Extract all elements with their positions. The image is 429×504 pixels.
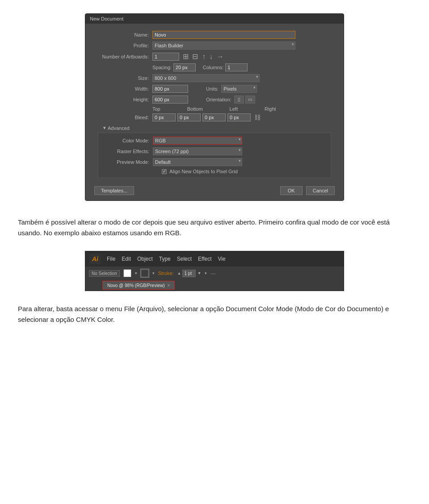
ai-logo: Ai (89, 254, 101, 264)
stroke-color-box[interactable] (141, 269, 149, 277)
templates-button[interactable]: Templates... (94, 186, 134, 195)
bleed-top-input[interactable] (152, 113, 176, 121)
dialog-titlebar: New Document (85, 14, 344, 24)
arrow-icon: ▾ (103, 125, 106, 131)
tab-label: Novo @ 98% (RGB/Preview) (107, 283, 165, 288)
columns-field: Columns: (203, 63, 248, 71)
color-mode-label: Color Mode: (104, 138, 153, 143)
bleed-right-input[interactable] (227, 113, 251, 121)
footer-templates: Templates... (94, 186, 277, 195)
dash-separator: — (210, 271, 215, 276)
align-checkbox-row: ✓ Align New Objects to Pixel Grid (162, 169, 325, 174)
bleed-left-col: Left (230, 106, 238, 112)
advanced-section: ▾ Advanced (103, 125, 335, 131)
columns-label: Columns: (203, 65, 223, 70)
menu-edit[interactable]: Edit (122, 256, 131, 262)
menu-type[interactable]: Type (159, 256, 171, 262)
new-document-dialog: New Document Name: Profile: Flash Builde… (85, 13, 344, 201)
size-select[interactable]: 800 x 600 (152, 74, 260, 82)
landscape-btn[interactable]: ▭ (245, 96, 255, 104)
spacing-row: Spacing: Columns: (152, 63, 335, 71)
name-input[interactable] (152, 31, 295, 39)
menu-object[interactable]: Object (137, 256, 153, 262)
stepper-down[interactable]: ▼ (197, 271, 201, 275)
preview-select[interactable]: Default (153, 158, 242, 166)
menu-bar: Ai File Edit Object Type Select Effect V… (85, 251, 344, 267)
advanced-label: Advanced (108, 125, 130, 131)
artboards-label: Number of Artboards: (94, 54, 152, 59)
bleed-top-col: Top (152, 106, 160, 112)
menu-items: File Edit Object Type Select Effect Vie (107, 256, 226, 262)
artboards-row: Number of Artboards: ⊞ ⊟ ↑ ↓ → (94, 52, 335, 61)
color-mode-row: Color Mode: RGB (104, 137, 325, 145)
artboards-input[interactable] (152, 53, 179, 61)
bleed-label: Bleed: (94, 115, 152, 120)
dropdown-arrow-fill[interactable]: ▾ (135, 271, 137, 275)
bleed-bottom-col: Bottom (187, 106, 203, 112)
preview-select-wrap: Default (153, 158, 242, 166)
chain-icon: ⛓ (254, 114, 261, 121)
menu-view[interactable]: Vie (218, 256, 226, 262)
width-input[interactable] (152, 85, 188, 93)
tab-bar: Novo @ 98% (RGB/Preview) × (85, 280, 344, 291)
stroke-input[interactable] (182, 270, 196, 277)
bleed-labels: Top Bottom Left Right (152, 106, 335, 112)
height-row: Height: Orientation: ▯ ▭ (94, 96, 335, 104)
bleed-right-col: Right (265, 106, 276, 112)
toolbar-screenshot: Ai File Edit Object Type Select Effect V… (85, 251, 344, 291)
raster-select[interactable]: Screen (72 ppi) (153, 147, 242, 155)
stroke-input-wrap: ▲ ▼ (177, 270, 202, 277)
dialog-title: New Document (90, 16, 123, 21)
active-tab[interactable]: Novo @ 98% (RGB/Preview) × (102, 281, 175, 290)
bleed-row: Bleed: ⛓ (94, 113, 335, 121)
body-paragraph-2: Para alterar, basta acessar o menu File … (18, 304, 411, 325)
size-select-wrap: 800 x 600 (152, 74, 260, 82)
bleed-bottom-input[interactable] (177, 113, 201, 121)
height-input[interactable] (152, 96, 188, 104)
spacing-field: Spacing: (152, 63, 196, 71)
cancel-button[interactable]: Cancel (306, 186, 335, 195)
profile-select[interactable]: Flash Builder (152, 42, 295, 50)
body-paragraph-1: Também é possível alterar o modo de cor … (18, 217, 411, 238)
portrait-btn[interactable]: ▯ (234, 96, 244, 104)
spacing-label: Spacing: (152, 65, 172, 70)
dialog-body: Name: Profile: Flash Builder Number of A… (85, 28, 344, 181)
color-mode-select-wrap: RGB (153, 137, 242, 145)
units-select-wrap: Pixels (221, 85, 257, 93)
artboard-icons: ⊞ ⊟ ↑ ↓ → (183, 52, 225, 61)
units-select[interactable]: Pixels (221, 85, 257, 93)
menu-file[interactable]: File (107, 256, 115, 262)
height-label: Height: (94, 97, 152, 102)
align-checkbox[interactable]: ✓ (162, 169, 167, 174)
raster-select-wrap: Screen (72 ppi) (153, 147, 242, 155)
color-mode-select[interactable]: RGB (153, 137, 242, 145)
ok-button[interactable]: OK (280, 186, 303, 195)
stepper-up[interactable]: ▲ (177, 271, 181, 275)
fill-color-box[interactable] (123, 269, 131, 277)
size-row: Size: 800 x 600 (94, 74, 335, 82)
name-label: Name: (94, 32, 152, 37)
raster-row: Raster Effects: Screen (72 ppi) (104, 147, 325, 155)
menu-effect[interactable]: Effect (198, 256, 211, 262)
dropdown-arrow-stroke[interactable]: ▾ (205, 271, 207, 275)
dialog-screenshot: New Document Name: Profile: Flash Builde… (18, 13, 411, 201)
stroke-label: Stroke: (158, 271, 174, 276)
dialog-footer: Templates... OK Cancel (85, 186, 344, 195)
raster-label: Raster Effects: (104, 149, 153, 154)
dropdown-arrow-stroke-box[interactable]: ▾ (152, 271, 155, 275)
profile-label: Profile: (94, 43, 152, 48)
align-checkbox-label: Align New Objects to Pixel Grid (169, 169, 238, 174)
profile-row: Profile: Flash Builder (94, 42, 335, 50)
orientation-label: Orientation: (206, 97, 231, 102)
bleed-left-input[interactable] (202, 113, 226, 121)
tools-bar: No Selection ▾ ▾ Stroke: ▲ ▼ ▾ — (85, 267, 344, 280)
name-row: Name: (94, 31, 335, 39)
tab-close-icon[interactable]: × (168, 283, 170, 288)
columns-input[interactable] (225, 63, 248, 71)
profile-select-wrap: Flash Builder (152, 42, 295, 50)
width-row: Width: Units: Pixels (94, 85, 335, 93)
menu-select[interactable]: Select (177, 256, 192, 262)
spacing-input[interactable] (173, 63, 196, 71)
size-label: Size: (94, 75, 152, 81)
units-label: Units: (206, 86, 219, 92)
